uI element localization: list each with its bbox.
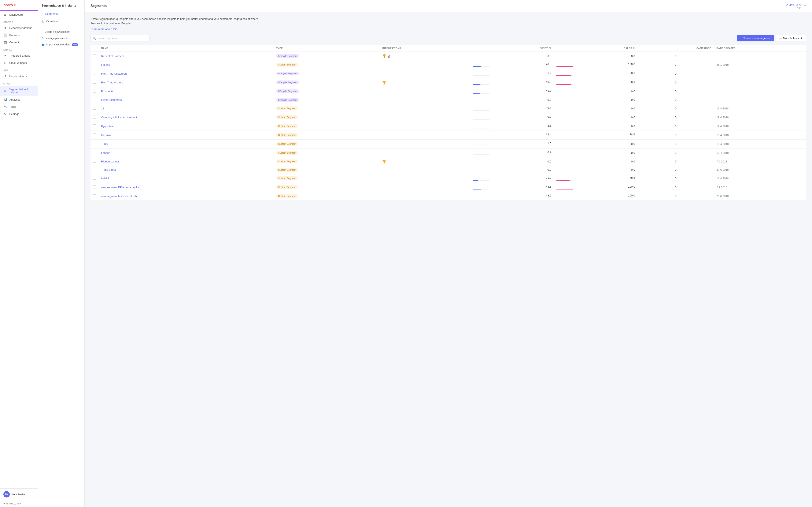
row-checkbox[interactable] — [93, 168, 96, 171]
visits-cell: 1.2 — [470, 69, 554, 78]
create-segment-button[interactable]: + Create a new segment — [737, 35, 774, 41]
sidebar-item-popups[interactable]: ⬜ Pop-ups — [0, 32, 38, 39]
store-selector[interactable]: Dropinmarket dropin ▼ — [786, 3, 806, 9]
segment-name-link[interactable]: Pyry's test — [101, 125, 114, 128]
segments-nav-icon: ≡ — [42, 12, 43, 15]
col-name: NAME — [99, 45, 273, 52]
segment-type-badge: Custom Segment — [276, 176, 298, 180]
row-checkbox[interactable] — [93, 151, 96, 154]
segment-name-link[interactable]: First-Time Customers — [101, 72, 127, 75]
sidebar-item-analytics[interactable]: 📊 Analytics — [0, 96, 38, 103]
visits-cell: 0.0 — [470, 157, 554, 166]
table-row: London Custom Segment 0.2 0.0 0 19.4.201… — [91, 148, 806, 157]
sidebar-item-tools[interactable]: 🔧 Tools — [0, 103, 38, 110]
segment-name-link[interactable]: Helsinki — [101, 133, 111, 137]
table-row: Repeat Customers Lifecycle Segment 🏆◎ 0.… — [91, 52, 806, 60]
sidebar-item-label: Recommendations — [9, 26, 32, 30]
segment-name-link[interactable]: First-Time Visitors — [101, 81, 123, 84]
date-cell: 19.4.2018 — [714, 148, 806, 157]
import-customer-action[interactable]: 👥 Import customer data New — [38, 41, 84, 48]
more-actions-label: More Actions — [783, 37, 799, 40]
col-campaigns: CAMPAIGNS — [638, 45, 714, 52]
table-row: helsinki Custom Segment 31.2 78.6 0 16.4… — [91, 174, 806, 183]
segment-name-link[interactable]: Finland — [101, 63, 110, 66]
table-row: Pyry's test Custom Segment 2.3 0.0 0 19.… — [91, 122, 806, 130]
table-row: Ribbon banner Custom Segment 🏆 0.0 0.0 0… — [91, 157, 806, 166]
segment-type-badge: Custom Segment — [276, 151, 298, 155]
row-checkbox[interactable] — [93, 177, 96, 180]
segment-type-badge: Lifecycle Segment — [276, 80, 299, 84]
segment-name-link[interactable]: 11 — [101, 107, 104, 110]
visits-cell: 0.2 — [470, 148, 554, 157]
sidebar-item-label: Facebook Ads — [9, 74, 27, 78]
row-checkbox[interactable] — [93, 72, 96, 75]
settings-icon: ⚙ — [3, 112, 7, 116]
segment-name-link[interactable]: Repeat Customers — [101, 55, 124, 58]
visits-cell: 0.0 — [470, 52, 554, 60]
manage-placements-action[interactable]: ⚙ Manage placements — [38, 35, 84, 41]
row-checkbox[interactable] — [93, 81, 96, 83]
visits-cell: 0.5 — [470, 104, 554, 113]
campaigns-cell: 0 — [638, 104, 714, 113]
row-checkbox[interactable] — [93, 116, 96, 118]
mid-nav-overview[interactable]: ◎ Overview — [38, 17, 84, 25]
sidebar-item-facebook-ads[interactable]: f Facebook Ads — [0, 72, 38, 80]
sales-cell: 100.0 — [554, 191, 638, 201]
segment-name-link[interactable]: new segment test - should sho... — [101, 194, 141, 198]
integration-icons: 🏆 — [382, 160, 467, 164]
table-row: Finland ✏ 👁 Custom Segment 48.5 100.0 2 … — [91, 60, 806, 69]
campaigns-cell: 0 — [638, 113, 714, 122]
page-title: Segments — [91, 4, 107, 8]
row-checkbox[interactable] — [93, 160, 96, 163]
sidebar-item-settings[interactable]: ⚙ Settings — [0, 110, 38, 117]
segment-name-link[interactable]: new segment KPIs test - geoloc... — [101, 186, 142, 189]
col-checkbox — [91, 45, 99, 52]
row-checkbox[interactable] — [93, 194, 96, 197]
minimize-nav-button[interactable]: ◀ MINIMIZE NAVI — [0, 500, 38, 507]
row-checkbox[interactable] — [93, 54, 96, 57]
search-input[interactable] — [91, 35, 150, 41]
create-segment-action[interactable]: + Create a new segment — [38, 29, 84, 35]
campaigns-cell: 0 — [638, 183, 714, 191]
row-checkbox[interactable] — [93, 185, 96, 188]
integration-icon: 🏆 — [382, 80, 387, 84]
learn-more-link[interactable]: Learn more about this → — [91, 27, 121, 31]
col-date: DATE CREATED — [714, 45, 806, 52]
row-checkbox[interactable] — [93, 63, 96, 66]
segment-name-link[interactable]: Category affinity: /tuotteet/out... — [101, 116, 139, 119]
toolbar-right: + Create a new segment ⋯ More Actions ▼ — [737, 35, 806, 41]
sidebar-item-email-widgets[interactable]: ⊡ Email Widgets — [0, 59, 38, 66]
sales-cell: 0.0 — [554, 52, 638, 60]
segment-name-link[interactable]: Ribbon banner — [101, 160, 119, 163]
sidebar-item-recommendations[interactable]: ★ Recommendations — [0, 24, 38, 32]
segment-name-link[interactable]: helsinki — [101, 177, 110, 180]
row-checkbox[interactable] — [93, 124, 96, 127]
segment-name-link[interactable]: London — [101, 151, 110, 155]
sales-cell: 0.0 — [554, 166, 638, 174]
segment-name-link[interactable]: Prospects — [101, 90, 113, 93]
more-actions-button[interactable]: ⋯ More Actions ▼ — [776, 35, 806, 41]
sidebar-item-triggered-emails[interactable]: ✉ Triggered Emails — [0, 52, 38, 59]
date-cell: 19.4.2018 — [714, 113, 806, 122]
row-checkbox[interactable] — [93, 133, 96, 136]
overview-nav-label: Overview — [46, 20, 57, 23]
segment-type-badge: Lifecycle Segment — [276, 98, 299, 102]
mid-nav-segments[interactable]: ≡ Segments — [38, 10, 84, 17]
segment-name-link[interactable]: Trang's Test — [101, 168, 116, 171]
segment-name-link[interactable]: Turku — [101, 143, 108, 146]
profile-row[interactable]: PM Your Profile — [0, 489, 38, 500]
table-row: Helsinki Custom Segment 24.4 78.6 0 19.4… — [91, 130, 806, 139]
date-cell: 27.6.2018 — [714, 166, 806, 174]
segment-name-link[interactable]: Loyal Customers — [101, 98, 122, 101]
row-checkbox[interactable] — [93, 142, 96, 145]
sidebar-item-dashboard[interactable]: ⊞ Dashboard — [0, 11, 38, 18]
segment-type-badge: Custom Segment — [276, 115, 298, 119]
date-cell: 26.1.2018 — [714, 60, 806, 69]
row-checkbox[interactable] — [93, 98, 96, 101]
avatar: PM — [3, 491, 10, 498]
row-checkbox[interactable] — [93, 90, 96, 93]
row-checkbox[interactable] — [93, 107, 96, 110]
recommendations-icon: ★ — [3, 26, 7, 30]
sidebar-item-segmentation[interactable]: ⊙ Segmentation & Insights — [0, 86, 38, 96]
sidebar-item-content[interactable]: ▤ Content — [0, 39, 38, 46]
